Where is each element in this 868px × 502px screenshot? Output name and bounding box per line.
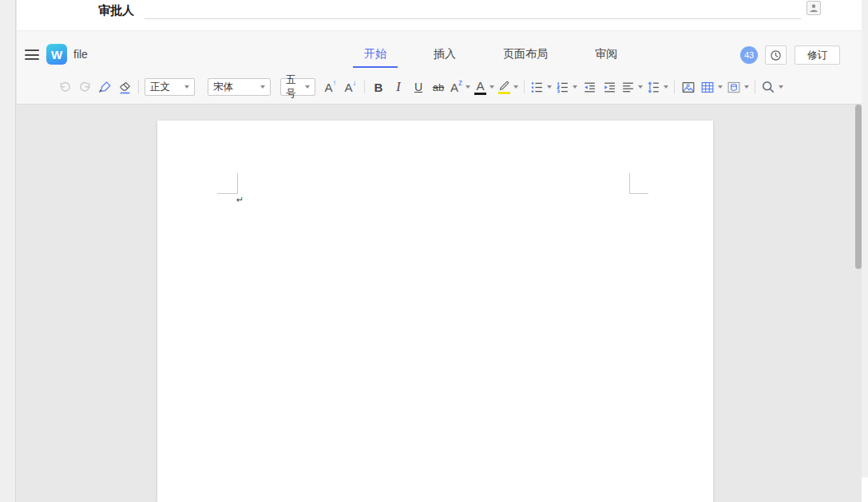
margin-corner-mark-right bbox=[629, 173, 648, 194]
collaborator-badge[interactable]: 43 bbox=[740, 46, 758, 64]
increase-indent-icon bbox=[603, 81, 616, 94]
paragraph-end-mark: ↵ bbox=[236, 195, 244, 205]
tab-bar: 开始 插入 页面布局 审阅 bbox=[353, 41, 628, 68]
shape-icon bbox=[727, 81, 741, 94]
align-icon bbox=[621, 81, 635, 94]
ribbon-right-cluster: 43 修订 bbox=[740, 45, 840, 65]
font-color-button[interactable]: A bbox=[474, 77, 494, 97]
text-align-button[interactable] bbox=[621, 77, 643, 97]
toolbar-separator bbox=[674, 81, 675, 93]
highlight-color-button[interactable] bbox=[498, 77, 518, 97]
insert-table-button[interactable] bbox=[700, 77, 723, 97]
scrollbar-corner bbox=[862, 477, 868, 502]
line-spacing-icon bbox=[647, 81, 660, 94]
arrow-up-icon: ↑ bbox=[333, 79, 337, 87]
redo-icon bbox=[78, 81, 92, 94]
chevron-down-icon bbox=[664, 85, 668, 89]
line-spacing-button[interactable] bbox=[647, 77, 668, 97]
margin-corner-mark-left bbox=[217, 173, 238, 194]
highlight-color-swatch bbox=[498, 92, 510, 94]
chevron-down-icon bbox=[547, 85, 552, 89]
ribbon: W file 开始 插入 页面布局 审阅 43 修订 bbox=[17, 31, 862, 105]
eraser-icon bbox=[118, 81, 132, 94]
chevron-down-icon bbox=[779, 85, 783, 89]
tab-page-layout[interactable]: 页面布局 bbox=[492, 41, 559, 68]
toolbar-separator bbox=[755, 81, 755, 93]
font-color-swatch bbox=[474, 93, 486, 95]
search-icon bbox=[761, 80, 775, 94]
font-size-dropdown[interactable]: 五号 bbox=[280, 78, 315, 96]
text-effects-button[interactable]: Az bbox=[450, 77, 470, 97]
search-button[interactable] bbox=[761, 77, 783, 97]
style-dropdown[interactable]: 正文 bbox=[145, 78, 195, 96]
decrease-indent-icon bbox=[583, 81, 597, 94]
increase-indent-button[interactable] bbox=[601, 77, 617, 97]
bullet-list-icon bbox=[530, 81, 544, 94]
table-icon bbox=[700, 81, 715, 94]
italic-button[interactable]: I bbox=[390, 77, 406, 97]
decrease-indent-button[interactable] bbox=[581, 77, 597, 97]
chevron-down-icon bbox=[638, 85, 643, 89]
format-painter-button[interactable] bbox=[97, 77, 113, 97]
insert-image-button[interactable] bbox=[680, 77, 696, 97]
clock-icon bbox=[770, 49, 782, 61]
redo-button[interactable] bbox=[77, 77, 93, 97]
bullet-list-button[interactable] bbox=[530, 77, 552, 97]
strikethrough-button[interactable]: ab bbox=[430, 77, 446, 97]
highlighter-pen-icon bbox=[498, 81, 510, 91]
approver-input[interactable] bbox=[145, 2, 801, 19]
numbered-list-button[interactable] bbox=[556, 77, 577, 97]
clear-format-button[interactable] bbox=[117, 77, 133, 97]
scrollbar-gutter[interactable] bbox=[862, 0, 868, 502]
numbered-list-icon bbox=[556, 81, 569, 94]
tab-review[interactable]: 审阅 bbox=[584, 41, 628, 68]
hamburger-menu-icon[interactable] bbox=[25, 49, 39, 60]
chevron-down-icon bbox=[573, 85, 577, 89]
toolbar-separator bbox=[138, 81, 139, 93]
tab-home[interactable]: 开始 bbox=[353, 41, 398, 68]
image-icon bbox=[681, 81, 696, 94]
vertical-scrollbar-thumb[interactable] bbox=[855, 105, 862, 269]
insert-shape-button[interactable] bbox=[727, 77, 749, 97]
revise-button[interactable]: 修订 bbox=[795, 45, 840, 65]
decrease-font-button[interactable]: A↓ bbox=[343, 77, 359, 97]
approval-bar: 审批人 bbox=[17, 0, 862, 31]
toolbar-separator bbox=[524, 81, 525, 93]
approver-label: 审批人 bbox=[98, 3, 134, 18]
bold-button[interactable]: B bbox=[371, 77, 386, 97]
chevron-down-icon bbox=[489, 85, 494, 89]
toolbar-separator bbox=[364, 81, 365, 93]
font-family-dropdown[interactable]: 宋体 bbox=[208, 78, 271, 96]
left-edge-strip bbox=[0, 0, 16, 502]
chevron-down-icon bbox=[744, 85, 749, 89]
undo-icon bbox=[58, 81, 72, 94]
tab-insert[interactable]: 插入 bbox=[422, 41, 467, 68]
chevron-down-icon bbox=[305, 85, 310, 89]
wps-writer-window: 审批人 W file 开始 插入 页面布局 审阅 43 bbox=[0, 0, 868, 502]
format-toolbar: 正文 宋体 五号 A↑ A↓ B I U ab Az bbox=[57, 74, 852, 100]
person-icon bbox=[809, 3, 818, 13]
chevron-down-icon bbox=[513, 85, 518, 89]
underline-button[interactable]: U bbox=[410, 77, 426, 97]
chevron-down-icon bbox=[184, 85, 189, 89]
history-button[interactable] bbox=[765, 45, 787, 65]
wps-writer-logo[interactable]: W bbox=[46, 44, 67, 65]
format-painter-icon bbox=[98, 81, 112, 94]
chevron-down-icon bbox=[260, 85, 265, 89]
chevron-down-icon bbox=[718, 85, 723, 89]
undo-button[interactable] bbox=[57, 77, 73, 97]
document-title: file bbox=[73, 48, 88, 61]
increase-font-button[interactable]: A↑ bbox=[323, 77, 339, 97]
arrow-down-icon: ↓ bbox=[353, 79, 357, 87]
user-icon-button[interactable] bbox=[807, 1, 821, 15]
chevron-down-icon bbox=[466, 85, 470, 89]
